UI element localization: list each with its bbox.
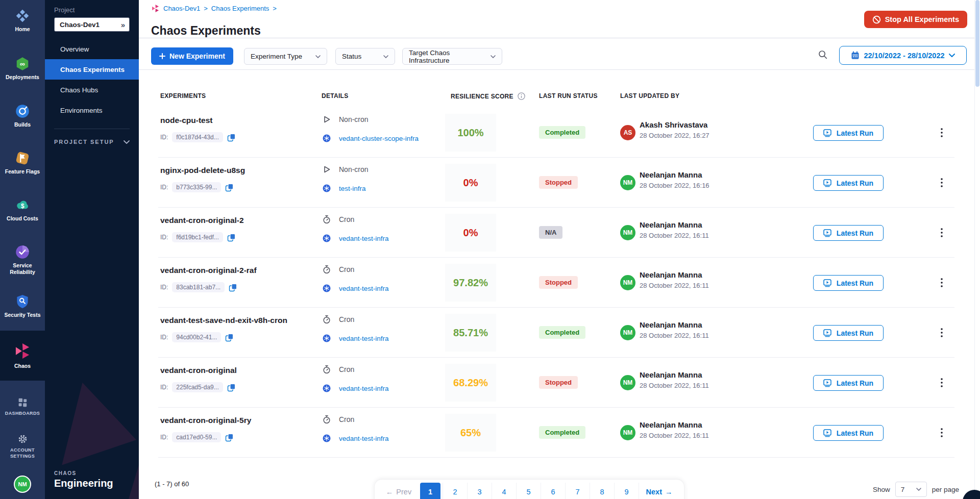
- experiment-name[interactable]: nginx-pod-delete-u8sg: [160, 166, 245, 175]
- sidebar-item-deployments[interactable]: ∞ Deployments: [0, 56, 45, 81]
- project-name-input[interactable]: [59, 20, 118, 29]
- scrollbar-thumb[interactable]: [975, 0, 979, 87]
- infrastructure-link[interactable]: test-infra: [339, 185, 366, 192]
- latest-run-button[interactable]: Latest Run: [813, 175, 884, 191]
- target-infrastructure-dropdown[interactable]: Target Chaos Infrastructure: [402, 48, 502, 65]
- project-setup-toggle[interactable]: PROJECT SETUP: [54, 139, 130, 145]
- sidebar-item-dashboards[interactable]: DASHBOARDS: [0, 397, 45, 416]
- page-size-select[interactable]: 7: [895, 482, 927, 497]
- page-scrollbar[interactable]: [974, 0, 980, 499]
- experiment-name[interactable]: vedant-cron-original-2: [160, 216, 244, 225]
- pagination-page-7[interactable]: 7: [565, 483, 590, 499]
- project-sidebar: Project » Overview Chaos Experiments Cha…: [45, 0, 139, 499]
- breadcrumb-project-link[interactable]: Chaos-Dev1: [163, 5, 200, 12]
- nav-label: Cloud Costs: [7, 215, 38, 222]
- table-row: vedant-test-save-nd-exit-v8h-cron ID: 94…: [139, 308, 975, 358]
- svg-text:∞: ∞: [20, 60, 25, 68]
- pagination-page-4[interactable]: 4: [492, 483, 516, 499]
- search-icon: [818, 49, 828, 60]
- experiment-type-dropdown[interactable]: Experiment Type: [244, 48, 327, 65]
- infrastructure-link[interactable]: vedant-test-infra: [339, 235, 389, 242]
- updated-by-name: Neelanjan Manna: [640, 170, 702, 179]
- new-experiment-button[interactable]: New Experiment: [151, 47, 233, 65]
- pagination-page-6[interactable]: 6: [541, 483, 565, 499]
- copy-icon[interactable]: [227, 133, 236, 142]
- run-icon: [823, 379, 832, 387]
- double-chevron-icon[interactable]: »: [121, 20, 125, 29]
- pagination-page-2[interactable]: 2: [443, 483, 467, 499]
- sidebar-item-overview[interactable]: Overview: [45, 39, 139, 59]
- project-setup-label: PROJECT SETUP: [54, 139, 114, 145]
- pagination-page-8[interactable]: 8: [590, 483, 614, 499]
- builds-icon: [15, 104, 30, 119]
- infrastructure-link[interactable]: vedant-test-infra: [339, 335, 389, 342]
- avatar: NM: [620, 375, 635, 390]
- sidebar-item-builds[interactable]: Builds: [0, 104, 45, 128]
- kebab-menu-icon[interactable]: [935, 325, 948, 341]
- user-avatar-rail[interactable]: NM: [0, 476, 45, 493]
- latest-run-button[interactable]: Latest Run: [813, 325, 884, 341]
- infrastructure-link[interactable]: vedant-test-infra: [339, 285, 389, 292]
- latest-run-button[interactable]: Latest Run: [813, 125, 884, 141]
- pagination-page-5[interactable]: 5: [516, 483, 541, 499]
- stop-all-label: Stop All Experiments: [885, 15, 959, 23]
- kebab-menu-icon[interactable]: [935, 124, 948, 141]
- status-dropdown[interactable]: Status: [335, 48, 395, 65]
- latest-run-label: Latest Run: [837, 229, 873, 237]
- kebab-menu-icon[interactable]: [935, 275, 948, 291]
- experiment-name[interactable]: vedant-cron-original-2-raf: [160, 266, 257, 275]
- user-avatar[interactable]: NM: [14, 476, 31, 493]
- infrastructure: vedant-test-infra: [322, 434, 389, 442]
- nav-label: Chaos Hubs: [60, 86, 98, 94]
- sidebar-item-environments[interactable]: Environments: [45, 100, 139, 120]
- copy-icon[interactable]: [225, 183, 234, 192]
- latest-run-button[interactable]: Latest Run: [813, 425, 884, 441]
- experiment-name[interactable]: vedant-cron-original-5ry: [160, 416, 251, 425]
- sidebar-item-feature-flags[interactable]: Feature Flags: [0, 151, 45, 175]
- breadcrumb-experiments-link[interactable]: Chaos Experiments: [211, 5, 269, 12]
- copy-icon[interactable]: [227, 233, 236, 242]
- pagination-page-3[interactable]: 3: [467, 483, 492, 499]
- experiment-name[interactable]: vedant-test-save-nd-exit-v8h-cron: [160, 316, 287, 325]
- project-selector[interactable]: »: [54, 17, 130, 32]
- latest-run-button[interactable]: Latest Run: [813, 375, 884, 391]
- infrastructure-link[interactable]: vedant-cluster-scope-infra: [339, 135, 419, 142]
- info-icon[interactable]: [518, 92, 525, 100]
- experiment-name[interactable]: vedant-cron-original: [160, 366, 237, 375]
- table-row: vedant-cron-original-5ry ID: cad17ed0-59…: [139, 408, 975, 458]
- infrastructure-link[interactable]: vedant-test-infra: [339, 435, 389, 442]
- sidebar-item-chaos-experiments[interactable]: Chaos Experiments: [45, 59, 139, 80]
- latest-run-button[interactable]: Latest Run: [813, 275, 884, 291]
- sidebar-item-chaos[interactable]: Chaos: [0, 331, 45, 381]
- stop-all-experiments-button[interactable]: Stop All Experiments: [864, 11, 967, 28]
- latest-run-button[interactable]: Latest Run: [813, 225, 884, 241]
- copy-icon[interactable]: [225, 333, 234, 342]
- sidebar-item-home[interactable]: Home: [0, 8, 45, 33]
- kebab-menu-icon[interactable]: [935, 375, 948, 391]
- sidebar-item-service-reliability[interactable]: Service Reliability: [0, 244, 45, 276]
- security-tests-icon: [15, 294, 30, 309]
- module-kicker: CHAOS: [54, 470, 113, 476]
- pagination-next-button[interactable]: Next →: [639, 483, 679, 499]
- pagination-page-1[interactable]: 1: [420, 483, 440, 499]
- kebab-menu-icon[interactable]: [935, 224, 948, 241]
- sidebar-item-account-settings[interactable]: ACCOUNT SETTINGS: [0, 434, 45, 459]
- id-label: ID:: [160, 434, 168, 441]
- date-range-picker[interactable]: 22/10/2022 - 28/10/2022: [839, 46, 967, 65]
- copy-icon[interactable]: [225, 433, 234, 442]
- search-button[interactable]: [818, 49, 828, 60]
- schedule-type: Cron: [322, 315, 354, 324]
- sidebar-item-security-tests[interactable]: Security Tests: [0, 294, 45, 318]
- kebab-menu-icon[interactable]: [935, 425, 948, 441]
- updated-by-date: 28 October 2022, 16:11: [640, 432, 709, 439]
- pagination-page-9[interactable]: 9: [614, 483, 639, 499]
- kebab-menu-icon[interactable]: [935, 174, 948, 191]
- infrastructure-link[interactable]: vedant-test-infra: [339, 385, 389, 392]
- sidebar-item-chaos-hubs[interactable]: Chaos Hubs: [45, 80, 139, 100]
- pagination-prev-button[interactable]: ← Prev: [379, 483, 418, 499]
- updated-by-name: Neelanjan Manna: [640, 320, 702, 329]
- copy-icon[interactable]: [227, 383, 236, 392]
- copy-icon[interactable]: [229, 283, 237, 292]
- sidebar-item-cloud-costs[interactable]: $ Cloud Costs: [0, 197, 45, 222]
- experiment-name[interactable]: node-cpu-test: [160, 116, 212, 125]
